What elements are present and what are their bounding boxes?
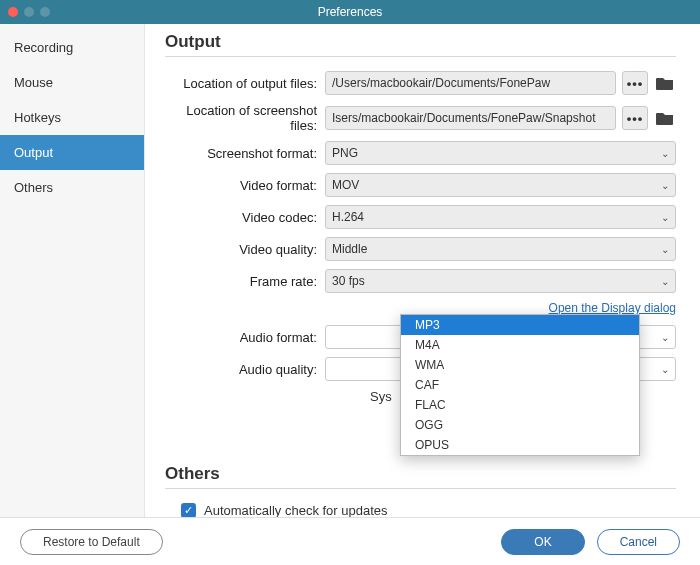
zoom-window-button[interactable] — [40, 7, 50, 17]
folder-icon — [656, 76, 674, 90]
dropdown-option-opus[interactable]: OPUS — [401, 435, 639, 455]
content: Recording Mouse Hotkeys Output Others Ou… — [0, 24, 700, 517]
close-window-button[interactable] — [8, 7, 18, 17]
window-controls — [0, 7, 50, 17]
label-sys: Sys — [165, 389, 400, 404]
dropdown-option-caf[interactable]: CAF — [401, 375, 639, 395]
row-screenshot-format: Screenshot format: PNG ⌄ — [165, 141, 676, 165]
ellipsis-icon: ••• — [627, 76, 644, 91]
window-title: Preferences — [0, 5, 700, 19]
auto-update-label: Automatically check for updates — [204, 503, 388, 517]
label-video-format: Video format: — [165, 178, 325, 193]
chevron-down-icon: ⌄ — [661, 364, 669, 375]
row-output-location: Location of output files: /Users/macbook… — [165, 71, 676, 95]
folder-icon — [656, 111, 674, 125]
divider — [165, 488, 676, 489]
sidebar-item-mouse[interactable]: Mouse — [0, 65, 144, 100]
chevron-down-icon: ⌄ — [661, 180, 669, 191]
minimize-window-button[interactable] — [24, 7, 34, 17]
dropdown-option-m4a[interactable]: M4A — [401, 335, 639, 355]
others-section: Others ✓ Automatically check for updates — [165, 464, 676, 517]
label-output-location: Location of output files: — [165, 76, 325, 91]
dropdown-option-wma[interactable]: WMA — [401, 355, 639, 375]
label-frame-rate: Frame rate: — [165, 274, 325, 289]
row-video-codec: Video codec: H.264 ⌄ — [165, 205, 676, 229]
output-location-field[interactable]: /Users/macbookair/Documents/FonePaw — [325, 71, 616, 95]
label-video-quality: Video quality: — [165, 242, 325, 257]
screenshot-format-select[interactable]: PNG ⌄ — [325, 141, 676, 165]
output-section-title: Output — [165, 32, 676, 52]
video-format-select[interactable]: MOV ⌄ — [325, 173, 676, 197]
ok-button[interactable]: OK — [501, 529, 584, 555]
sidebar-item-hotkeys[interactable]: Hotkeys — [0, 100, 144, 135]
video-format-value: MOV — [332, 178, 359, 192]
dropdown-option-ogg[interactable]: OGG — [401, 415, 639, 435]
auto-update-checkbox[interactable]: ✓ — [181, 503, 196, 517]
chevron-down-icon: ⌄ — [661, 276, 669, 287]
row-video-format: Video format: MOV ⌄ — [165, 173, 676, 197]
label-audio-quality: Audio quality: — [165, 362, 325, 377]
others-section-title: Others — [165, 464, 676, 484]
chevron-down-icon: ⌄ — [661, 148, 669, 159]
cancel-button[interactable]: Cancel — [597, 529, 680, 555]
video-quality-value: Middle — [332, 242, 367, 256]
divider — [165, 56, 676, 57]
label-screenshot-format: Screenshot format: — [165, 146, 325, 161]
open-display-dialog-link[interactable]: Open the Display dialog — [549, 301, 676, 315]
titlebar: Preferences — [0, 0, 700, 24]
audio-format-dropdown[interactable]: MP3 M4A WMA CAF FLAC OGG OPUS — [400, 314, 640, 456]
dropdown-option-mp3[interactable]: MP3 — [401, 315, 639, 335]
browse-output-button[interactable]: ••• — [622, 71, 648, 95]
sidebar-item-output[interactable]: Output — [0, 135, 144, 170]
restore-default-button[interactable]: Restore to Default — [20, 529, 163, 555]
checkmark-icon: ✓ — [184, 504, 193, 517]
chevron-down-icon: ⌄ — [661, 212, 669, 223]
dropdown-option-flac[interactable]: FLAC — [401, 395, 639, 415]
row-screenshot-location: Location of screenshot files: Isers/macb… — [165, 103, 676, 133]
label-audio-format: Audio format: — [165, 330, 325, 345]
open-screenshot-folder-button[interactable] — [654, 107, 676, 129]
screenshot-location-field[interactable]: Isers/macbookair/Documents/FonePaw/Snaps… — [325, 106, 616, 130]
video-quality-select[interactable]: Middle ⌄ — [325, 237, 676, 261]
label-video-codec: Video codec: — [165, 210, 325, 225]
chevron-down-icon: ⌄ — [661, 244, 669, 255]
sidebar: Recording Mouse Hotkeys Output Others — [0, 24, 145, 517]
chevron-down-icon: ⌄ — [661, 332, 669, 343]
video-codec-value: H.264 — [332, 210, 364, 224]
frame-rate-value: 30 fps — [332, 274, 365, 288]
frame-rate-select[interactable]: 30 fps ⌄ — [325, 269, 676, 293]
row-frame-rate: Frame rate: 30 fps ⌄ — [165, 269, 676, 293]
screenshot-format-value: PNG — [332, 146, 358, 160]
browse-screenshot-button[interactable]: ••• — [622, 106, 648, 130]
sidebar-item-others[interactable]: Others — [0, 170, 144, 205]
row-video-quality: Video quality: Middle ⌄ — [165, 237, 676, 261]
ellipsis-icon: ••• — [627, 111, 644, 126]
main-panel: Output Location of output files: /Users/… — [145, 24, 700, 517]
footer: Restore to Default OK Cancel — [0, 517, 700, 565]
open-output-folder-button[interactable] — [654, 72, 676, 94]
video-codec-select[interactable]: H.264 ⌄ — [325, 205, 676, 229]
label-screenshot-location: Location of screenshot files: — [165, 103, 325, 133]
sidebar-item-recording[interactable]: Recording — [0, 30, 144, 65]
